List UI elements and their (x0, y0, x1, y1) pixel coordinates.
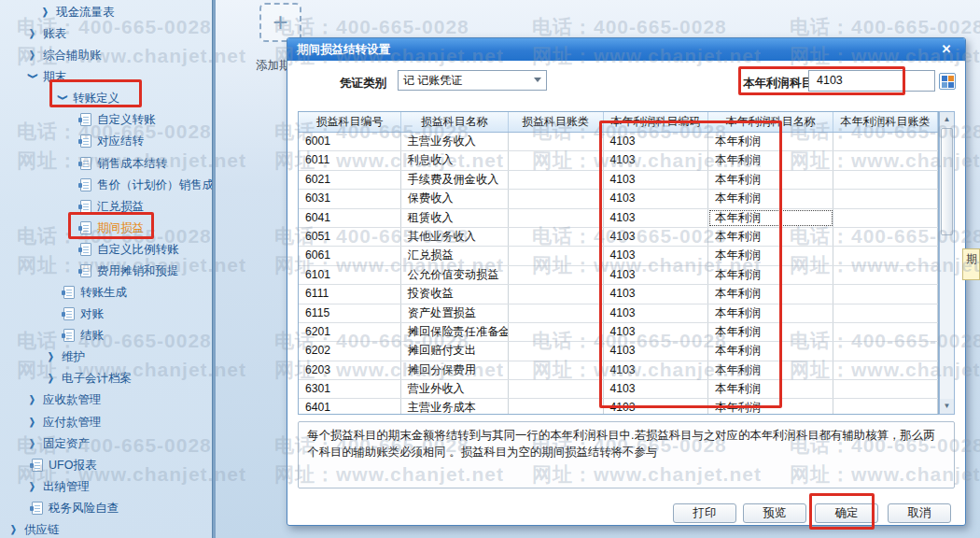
table-cell[interactable] (833, 342, 938, 360)
table-cell[interactable]: 利息收入 (401, 151, 509, 169)
table-cell[interactable]: 6031 (299, 190, 401, 207)
table-cell[interactable]: 4103 (604, 399, 709, 415)
table-cell[interactable] (509, 171, 604, 189)
table-cell[interactable]: 6401 (299, 399, 401, 415)
table-cell[interactable]: 主营业务收入 (401, 133, 509, 150)
table-cell[interactable]: 4103 (604, 323, 709, 341)
table-cell[interactable]: 本年利润 (708, 228, 833, 246)
table-cell[interactable]: 4103 (604, 304, 709, 322)
table-cell[interactable]: 租赁收入 (401, 209, 509, 227)
sidebar-item-9[interactable]: 汇兑损益 (80, 196, 144, 217)
dialog-titlebar[interactable]: 期间损益结转设置 ✕ (287, 38, 965, 61)
table-cell[interactable]: 4103 (604, 361, 709, 379)
table-cell[interactable] (509, 323, 604, 341)
table-scrollbar[interactable]: ▲ ▼ (939, 111, 955, 415)
table-cell[interactable] (833, 190, 938, 207)
table-cell[interactable]: 4103 (604, 171, 709, 189)
sidebar-item-10[interactable]: 期间损益 (80, 218, 144, 238)
table-cell[interactable]: 6051 (299, 228, 401, 246)
table-cell[interactable]: 本年利润 (708, 266, 833, 284)
table-cell[interactable]: 6202 (299, 342, 401, 360)
sidebar-item-19[interactable]: ❯应付款管理 (28, 412, 102, 432)
table-cell[interactable]: 本年利润 (708, 209, 833, 227)
table-cell[interactable]: 6115 (299, 304, 401, 322)
table-cell[interactable]: 4103 (604, 342, 709, 360)
ok-button[interactable]: 确定 (815, 503, 878, 523)
table-cell[interactable]: 本年利润 (708, 304, 833, 322)
table-cell[interactable]: 投资收益 (401, 285, 509, 303)
table-cell[interactable]: 公允价值变动损益 (401, 266, 509, 284)
table-cell[interactable] (509, 133, 604, 150)
table-cell[interactable]: 资产处置损益 (401, 304, 509, 322)
table-cell[interactable]: 4103 (604, 285, 709, 303)
table-cell[interactable] (833, 380, 938, 398)
account-lookup-icon[interactable] (939, 73, 956, 90)
table-cell[interactable]: 4103 (604, 151, 709, 169)
table-cell[interactable]: 4103 (604, 380, 709, 398)
table-cell[interactable]: 4103 (604, 190, 709, 207)
sidebar-item-4[interactable]: ❯转账定义 (58, 88, 119, 108)
table-cell[interactable] (509, 342, 604, 360)
scrollbar-thumb[interactable] (941, 128, 953, 235)
sidebar-item-24[interactable]: ❯供应链 (9, 519, 60, 538)
sidebar-item-8[interactable]: 售价（计划价）销售成 (80, 175, 214, 195)
sidebar-item-12[interactable]: 费用摊销和预提 (80, 261, 179, 281)
preview-button[interactable]: 预览 (743, 503, 806, 523)
table-cell[interactable]: 4103 (604, 247, 709, 264)
table-cell[interactable] (833, 247, 938, 264)
sidebar-item-2[interactable]: ❯综合辅助账 (28, 45, 102, 65)
table-cell[interactable]: 其他业务收入 (401, 228, 509, 246)
table-cell[interactable]: 摊回赔付支出 (401, 342, 509, 360)
table-cell[interactable]: 保费收入 (401, 190, 509, 207)
sidebar-item-5[interactable]: 自定义转账 (80, 109, 156, 130)
table-cell[interactable] (833, 266, 938, 284)
sidebar-item-15[interactable]: 结账 (63, 325, 104, 346)
sidebar-item-20[interactable]: ❯固定资产 (28, 433, 90, 454)
table-cell[interactable] (833, 209, 938, 227)
sidebar-item-7[interactable]: 销售成本结转 (80, 153, 167, 174)
sidebar-item-14[interactable]: 对账 (63, 304, 104, 324)
sidebar-item-13[interactable]: 转账生成 (63, 282, 127, 303)
table-cell[interactable] (509, 304, 604, 322)
table-cell[interactable] (833, 361, 938, 379)
table-cell[interactable]: 4103 (604, 133, 709, 150)
table-cell[interactable]: 6041 (299, 209, 401, 227)
table-cell[interactable]: 本年利润 (708, 399, 833, 415)
voucher-type-select[interactable]: 记 记账凭证 (398, 70, 547, 91)
sidebar-item-3[interactable]: ❯期末 (28, 66, 66, 87)
print-button[interactable]: 打印 (673, 503, 736, 523)
table-cell[interactable]: 6203 (299, 361, 401, 379)
table-cell[interactable]: 本年利润 (708, 380, 833, 398)
cancel-button[interactable]: 取消 (888, 503, 951, 523)
table-cell[interactable]: 6011 (299, 151, 401, 169)
table-cell[interactable] (509, 190, 604, 207)
scroll-down-icon[interactable]: ▼ (940, 399, 954, 414)
add-transfer-button[interactable]: + (259, 3, 301, 42)
table-cell[interactable]: 本年利润 (708, 190, 833, 207)
close-icon[interactable]: ✕ (938, 38, 955, 61)
table-cell[interactable]: 本年利润 (708, 361, 833, 379)
table-cell[interactable] (509, 380, 604, 398)
sidebar-item-1[interactable]: ❯账表 (28, 23, 66, 44)
scroll-up-icon[interactable]: ▲ (940, 112, 954, 127)
table-cell[interactable]: 6301 (299, 380, 401, 398)
table-cell[interactable]: 4103 (604, 266, 709, 284)
table-cell[interactable]: 6001 (299, 133, 401, 150)
table-cell[interactable] (833, 151, 938, 169)
table-cell[interactable] (509, 228, 604, 246)
table-cell[interactable]: 摊回保险责任准备金 (401, 323, 509, 341)
table-cell[interactable] (509, 361, 604, 379)
table-cell[interactable] (833, 399, 938, 415)
table-cell[interactable] (833, 304, 938, 322)
table-cell[interactable] (509, 399, 604, 415)
table-cell[interactable] (509, 266, 604, 284)
sidebar-item-17[interactable]: ❯电子会计档案 (47, 368, 132, 389)
sidebar-item-6[interactable]: 对应结转 (80, 131, 144, 151)
table-cell[interactable]: 4103 (604, 209, 709, 227)
table-cell[interactable]: 6101 (299, 266, 401, 284)
table-cell[interactable]: 本年利润 (708, 285, 833, 303)
table-cell[interactable]: 主营业务成本 (401, 399, 509, 415)
table-cell[interactable]: 6111 (299, 285, 401, 303)
table-cell[interactable]: 摊回分保费用 (401, 361, 509, 379)
table-cell[interactable]: 本年利润 (708, 247, 833, 264)
